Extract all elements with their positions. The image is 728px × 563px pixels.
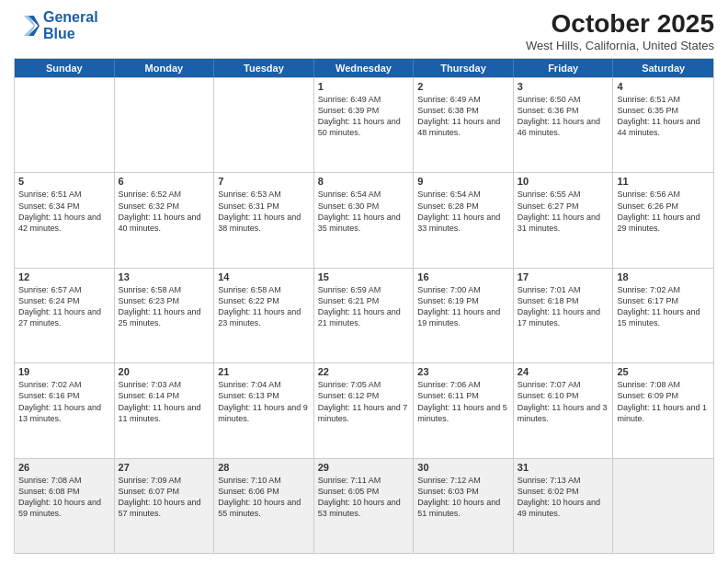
cal-cell bbox=[613, 459, 713, 553]
cell-detail: Sunrise: 7:04 AM Sunset: 6:13 PM Dayligh… bbox=[218, 379, 310, 424]
month-title: October 2025 bbox=[526, 9, 714, 39]
cal-cell: 18Sunrise: 7:02 AM Sunset: 6:17 PM Dayli… bbox=[613, 269, 713, 362]
cell-detail: Sunrise: 6:54 AM Sunset: 6:30 PM Dayligh… bbox=[318, 189, 410, 234]
cal-cell: 31Sunrise: 7:13 AM Sunset: 6:02 PM Dayli… bbox=[514, 459, 614, 553]
day-number: 7 bbox=[218, 176, 310, 187]
day-number: 28 bbox=[218, 462, 310, 473]
day-number: 4 bbox=[617, 81, 710, 92]
cell-detail: Sunrise: 6:56 AM Sunset: 6:26 PM Dayligh… bbox=[617, 189, 710, 234]
cal-cell: 12Sunrise: 6:57 AM Sunset: 6:24 PM Dayli… bbox=[15, 269, 115, 362]
header-day-tuesday: Tuesday bbox=[214, 59, 314, 77]
cell-detail: Sunrise: 7:02 AM Sunset: 6:16 PM Dayligh… bbox=[18, 379, 110, 424]
cal-cell: 15Sunrise: 6:59 AM Sunset: 6:21 PM Dayli… bbox=[314, 269, 415, 362]
cell-detail: Sunrise: 7:11 AM Sunset: 6:05 PM Dayligh… bbox=[318, 475, 410, 520]
cal-cell: 28Sunrise: 7:10 AM Sunset: 6:06 PM Dayli… bbox=[214, 459, 314, 553]
day-number: 1 bbox=[318, 81, 410, 92]
cell-detail: Sunrise: 6:57 AM Sunset: 6:24 PM Dayligh… bbox=[18, 284, 110, 329]
cell-detail: Sunrise: 6:49 AM Sunset: 6:39 PM Dayligh… bbox=[318, 94, 410, 139]
cell-detail: Sunrise: 6:58 AM Sunset: 6:23 PM Dayligh… bbox=[119, 284, 210, 329]
cell-detail: Sunrise: 7:08 AM Sunset: 6:08 PM Dayligh… bbox=[18, 475, 110, 520]
location-title: West Hills, California, United States bbox=[526, 39, 714, 52]
logo-icon bbox=[14, 13, 40, 39]
day-number: 20 bbox=[119, 366, 210, 377]
cell-detail: Sunrise: 7:00 AM Sunset: 6:19 PM Dayligh… bbox=[417, 284, 509, 329]
cal-cell: 24Sunrise: 7:07 AM Sunset: 6:10 PM Dayli… bbox=[514, 363, 614, 457]
cell-detail: Sunrise: 7:05 AM Sunset: 6:12 PM Dayligh… bbox=[318, 379, 410, 424]
cal-cell: 16Sunrise: 7:00 AM Sunset: 6:19 PM Dayli… bbox=[414, 269, 514, 362]
cell-detail: Sunrise: 6:51 AM Sunset: 6:35 PM Dayligh… bbox=[617, 94, 710, 139]
cell-detail: Sunrise: 7:08 AM Sunset: 6:09 PM Dayligh… bbox=[617, 379, 710, 424]
day-number: 22 bbox=[318, 366, 410, 377]
day-number: 17 bbox=[518, 271, 609, 282]
day-number: 25 bbox=[617, 366, 710, 377]
day-number: 12 bbox=[18, 271, 110, 282]
header-day-monday: Monday bbox=[115, 59, 215, 77]
cal-cell: 5Sunrise: 6:51 AM Sunset: 6:34 PM Daylig… bbox=[15, 173, 115, 267]
day-number: 21 bbox=[218, 366, 310, 377]
cell-detail: Sunrise: 7:06 AM Sunset: 6:11 PM Dayligh… bbox=[417, 379, 509, 424]
cell-detail: Sunrise: 6:49 AM Sunset: 6:38 PM Dayligh… bbox=[417, 94, 509, 139]
cell-detail: Sunrise: 6:50 AM Sunset: 6:36 PM Dayligh… bbox=[518, 94, 609, 139]
cal-cell: 7Sunrise: 6:53 AM Sunset: 6:31 PM Daylig… bbox=[214, 173, 314, 267]
calendar: SundayMondayTuesdayWednesdayThursdayFrid… bbox=[14, 58, 714, 554]
cell-detail: Sunrise: 6:59 AM Sunset: 6:21 PM Dayligh… bbox=[318, 284, 410, 329]
cell-detail: Sunrise: 7:03 AM Sunset: 6:14 PM Dayligh… bbox=[119, 379, 210, 424]
cell-detail: Sunrise: 7:07 AM Sunset: 6:10 PM Dayligh… bbox=[518, 379, 609, 424]
cell-detail: Sunrise: 6:51 AM Sunset: 6:34 PM Dayligh… bbox=[18, 189, 110, 234]
cal-cell: 21Sunrise: 7:04 AM Sunset: 6:13 PM Dayli… bbox=[214, 363, 314, 457]
cell-detail: Sunrise: 6:52 AM Sunset: 6:32 PM Dayligh… bbox=[119, 189, 210, 234]
cell-detail: Sunrise: 6:58 AM Sunset: 6:22 PM Dayligh… bbox=[218, 284, 310, 329]
day-number: 23 bbox=[417, 366, 509, 377]
cal-cell: 14Sunrise: 6:58 AM Sunset: 6:22 PM Dayli… bbox=[214, 269, 314, 362]
logo: General Blue bbox=[14, 9, 98, 41]
header-day-sunday: Sunday bbox=[15, 59, 115, 77]
day-number: 8 bbox=[318, 176, 410, 187]
day-number: 18 bbox=[617, 271, 710, 282]
cal-cell: 4Sunrise: 6:51 AM Sunset: 6:35 PM Daylig… bbox=[613, 78, 713, 172]
cal-cell: 1Sunrise: 6:49 AM Sunset: 6:39 PM Daylig… bbox=[314, 78, 415, 172]
cal-cell: 9Sunrise: 6:54 AM Sunset: 6:28 PM Daylig… bbox=[414, 173, 514, 267]
header: General Blue October 2025 West Hills, Ca… bbox=[14, 9, 714, 52]
day-number: 10 bbox=[518, 176, 609, 187]
day-number: 2 bbox=[417, 81, 509, 92]
header-day-thursday: Thursday bbox=[414, 59, 514, 77]
cal-cell bbox=[15, 78, 115, 172]
day-number: 11 bbox=[617, 176, 710, 187]
day-number: 30 bbox=[417, 462, 509, 473]
day-number: 29 bbox=[318, 462, 410, 473]
day-number: 6 bbox=[119, 176, 210, 187]
day-number: 26 bbox=[18, 462, 110, 473]
cell-detail: Sunrise: 6:55 AM Sunset: 6:27 PM Dayligh… bbox=[518, 189, 609, 234]
cal-cell: 27Sunrise: 7:09 AM Sunset: 6:07 PM Dayli… bbox=[115, 459, 215, 553]
day-number: 31 bbox=[518, 462, 609, 473]
calendar-row-3: 19Sunrise: 7:02 AM Sunset: 6:16 PM Dayli… bbox=[15, 362, 713, 457]
day-number: 3 bbox=[518, 81, 609, 92]
calendar-row-4: 26Sunrise: 7:08 AM Sunset: 6:08 PM Dayli… bbox=[15, 458, 713, 553]
cal-cell: 20Sunrise: 7:03 AM Sunset: 6:14 PM Dayli… bbox=[115, 363, 215, 457]
calendar-header: SundayMondayTuesdayWednesdayThursdayFrid… bbox=[15, 59, 713, 77]
cal-cell: 13Sunrise: 6:58 AM Sunset: 6:23 PM Dayli… bbox=[115, 269, 215, 362]
day-number: 24 bbox=[518, 366, 609, 377]
cell-detail: Sunrise: 7:02 AM Sunset: 6:17 PM Dayligh… bbox=[617, 284, 710, 329]
cell-detail: Sunrise: 7:12 AM Sunset: 6:03 PM Dayligh… bbox=[417, 475, 509, 520]
header-day-saturday: Saturday bbox=[613, 59, 713, 77]
cal-cell: 10Sunrise: 6:55 AM Sunset: 6:27 PM Dayli… bbox=[514, 173, 614, 267]
cell-detail: Sunrise: 7:09 AM Sunset: 6:07 PM Dayligh… bbox=[119, 475, 210, 520]
day-number: 5 bbox=[18, 176, 110, 187]
day-number: 13 bbox=[119, 271, 210, 282]
cal-cell: 8Sunrise: 6:54 AM Sunset: 6:30 PM Daylig… bbox=[314, 173, 415, 267]
day-number: 19 bbox=[18, 366, 110, 377]
calendar-row-0: 1Sunrise: 6:49 AM Sunset: 6:39 PM Daylig… bbox=[15, 77, 713, 172]
day-number: 16 bbox=[417, 271, 509, 282]
cell-detail: Sunrise: 7:01 AM Sunset: 6:18 PM Dayligh… bbox=[518, 284, 609, 329]
day-number: 15 bbox=[318, 271, 410, 282]
page: General Blue October 2025 West Hills, Ca… bbox=[0, 0, 728, 563]
cal-cell: 23Sunrise: 7:06 AM Sunset: 6:11 PM Dayli… bbox=[414, 363, 514, 457]
cal-cell: 17Sunrise: 7:01 AM Sunset: 6:18 PM Dayli… bbox=[514, 269, 614, 362]
cal-cell: 19Sunrise: 7:02 AM Sunset: 6:16 PM Dayli… bbox=[15, 363, 115, 457]
cal-cell bbox=[115, 78, 215, 172]
cal-cell: 26Sunrise: 7:08 AM Sunset: 6:08 PM Dayli… bbox=[15, 459, 115, 553]
header-day-wednesday: Wednesday bbox=[314, 59, 415, 77]
logo-text: General Blue bbox=[43, 9, 98, 41]
cal-cell: 11Sunrise: 6:56 AM Sunset: 6:26 PM Dayli… bbox=[613, 173, 713, 267]
